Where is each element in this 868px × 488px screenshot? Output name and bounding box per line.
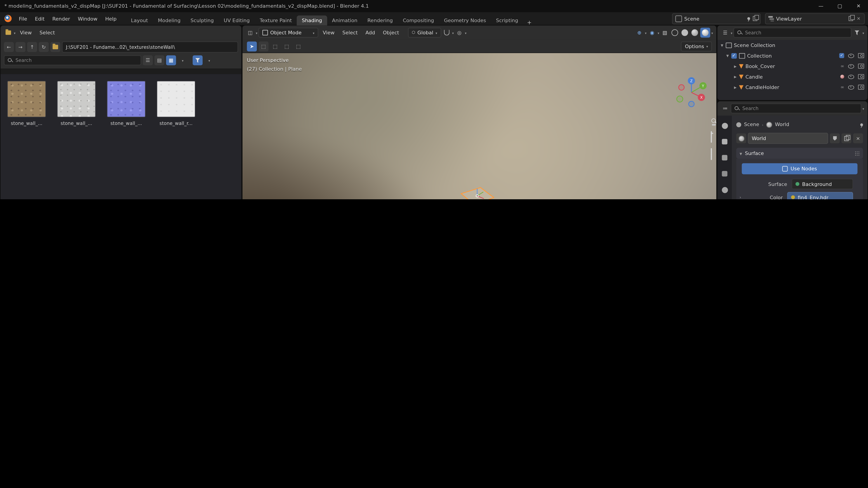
back-button[interactable]: ← <box>4 42 14 52</box>
tab-output[interactable] <box>719 152 731 163</box>
workspace-tab-shading[interactable]: Shading <box>297 15 327 25</box>
display-size-dropdown[interactable]: ▾ <box>178 55 188 65</box>
editor-type-icon[interactable]: ≔ <box>721 104 730 113</box>
xray-toggle-icon[interactable]: ▧ <box>660 28 669 37</box>
parent-dir-button[interactable]: ↑ <box>27 42 37 52</box>
viewport-canvas[interactable]: User Perspective (27) Collection | Plane <box>243 53 716 199</box>
breadcrumb-scene[interactable]: Scene <box>744 122 759 127</box>
editor-type-icon[interactable] <box>4 28 13 37</box>
overlays-toggle-icon[interactable]: ◉ <box>648 28 656 37</box>
shading-rendered-button[interactable] <box>700 28 710 37</box>
hide-eye-icon[interactable] <box>848 74 854 79</box>
outliner-row-collection[interactable]: ▼ ✓ Collection ✓ <box>717 51 868 61</box>
chevron-down-icon[interactable]: ▾ <box>645 31 647 35</box>
minimize-button[interactable]: — <box>811 0 830 12</box>
forward-button[interactable]: → <box>16 42 26 52</box>
file-browser-select-menu[interactable]: Select <box>36 30 58 35</box>
close-button[interactable]: ✕ <box>849 0 868 12</box>
display-vertical-list-button[interactable]: ☰ <box>143 55 153 65</box>
chevron-down-icon[interactable]: ▾ <box>465 31 467 35</box>
filter-settings-dropdown[interactable]: ▾ <box>204 55 214 65</box>
menu-render[interactable]: Render <box>49 12 74 25</box>
shading-solid-button[interactable] <box>680 28 689 37</box>
outliner-search-input[interactable]: Search <box>734 28 851 37</box>
close-icon[interactable]: × <box>856 16 861 21</box>
disclosure-triangle-icon[interactable]: ▶ <box>734 64 737 68</box>
file-item[interactable]: stone_wall_r... <box>152 81 200 126</box>
scene-selector[interactable]: Scene <box>672 13 761 24</box>
outliner-row-scene-collection[interactable]: ▼ Scene Collection <box>717 40 868 51</box>
add-workspace-button[interactable]: + <box>523 19 535 25</box>
select-lasso-button[interactable]: ⬚ <box>282 41 292 51</box>
workspace-tab-geometry-nodes[interactable]: Geometry Nodes <box>439 15 491 25</box>
workspace-tab-sculpting[interactable]: Sculpting <box>186 15 219 25</box>
snap-magnet-icon[interactable] <box>442 28 451 37</box>
select-circle-button[interactable]: ⬚ <box>270 41 280 51</box>
editor-type-icon[interactable]: ◫ <box>246 28 254 37</box>
tab-view-layer[interactable] <box>719 168 731 179</box>
camera-view-icon[interactable] <box>711 132 712 142</box>
outliner-row-candleholder[interactable]: ▶ CandleHolder ∞ <box>717 82 868 92</box>
environment-texture-field[interactable]: fin4_Env.hdr <box>787 192 853 199</box>
workspace-tab-rendering[interactable]: Rendering <box>362 15 398 25</box>
viewport-view-menu[interactable]: View <box>319 30 338 35</box>
breadcrumb-world[interactable]: World <box>775 122 789 127</box>
use-nodes-button[interactable]: Use Nodes <box>742 163 858 174</box>
workspace-tab-uv-editing[interactable]: UV Editing <box>219 15 255 25</box>
chevron-down-icon[interactable]: ▾ <box>452 31 454 35</box>
maximize-button[interactable]: ▢ <box>830 0 849 12</box>
disable-render-camera-icon[interactable] <box>858 74 864 79</box>
disclosure-triangle-icon[interactable]: ▼ <box>726 54 729 58</box>
world-browse-button[interactable] <box>736 133 746 143</box>
chevron-down-icon[interactable]: ▾ <box>862 106 864 110</box>
shading-material-preview-button[interactable] <box>690 28 699 37</box>
file-item[interactable]: stone_wall_... <box>53 81 100 126</box>
file-item[interactable]: stone_wall_... <box>3 81 51 126</box>
refresh-button[interactable]: ↻ <box>39 42 49 52</box>
viewlayer-selector[interactable]: ViewLayer × <box>765 13 865 24</box>
workspace-tab-modeling[interactable]: Modeling <box>153 15 185 25</box>
chevron-down-icon[interactable]: ▾ <box>657 31 659 35</box>
blender-logo-icon[interactable] <box>4 15 12 22</box>
toggle-ortho-grid-icon[interactable] <box>711 149 712 160</box>
display-horizontal-list-button[interactable]: ▤ <box>154 55 164 65</box>
active-tool-tweak-button[interactable]: ➤ <box>247 41 257 51</box>
editor-type-icon[interactable]: ☰ <box>721 28 730 37</box>
gizmos-toggle-icon[interactable]: ⊕ <box>635 28 644 37</box>
new-folder-button[interactable] <box>51 42 60 52</box>
workspace-tab-animation[interactable]: Animation <box>327 15 362 25</box>
hide-eye-icon[interactable] <box>848 53 854 58</box>
select-box-button[interactable]: ⬚ <box>258 41 269 51</box>
transform-orientation-dropdown[interactable]: ⬡ Global ▾ <box>408 28 441 37</box>
filter-toggle-button[interactable] <box>193 55 203 65</box>
surface-shader-selector[interactable]: Background <box>792 179 853 189</box>
workspace-tab-compositing[interactable]: Compositing <box>398 15 439 25</box>
chevron-down-icon[interactable]: ▾ <box>711 31 713 35</box>
copy-icon[interactable] <box>753 16 757 21</box>
fake-user-shield-button[interactable] <box>830 133 840 143</box>
file-thumbnail-stone-rough[interactable] <box>57 81 96 118</box>
disable-render-camera-icon[interactable] <box>858 53 864 58</box>
workspace-tab-texture-paint[interactable]: Texture Paint <box>255 15 297 25</box>
exclude-checkbox[interactable]: ✓ <box>839 53 844 58</box>
expand-icon[interactable]: › <box>740 195 744 199</box>
copy-icon[interactable] <box>848 16 853 21</box>
viewport-object-menu[interactable]: Object <box>379 30 402 35</box>
chevron-down-icon[interactable]: ▾ <box>256 31 257 35</box>
file-search-input[interactable]: Search <box>4 55 141 65</box>
new-copy-button[interactable] <box>841 133 851 143</box>
tab-tool[interactable] <box>719 120 731 131</box>
filter-icon[interactable] <box>852 28 861 37</box>
menu-help[interactable]: Help <box>101 12 121 25</box>
properties-search-input[interactable]: Search <box>731 103 862 113</box>
tab-scene[interactable] <box>719 184 731 195</box>
disable-render-camera-icon[interactable] <box>858 85 864 90</box>
menu-edit[interactable]: Edit <box>31 12 49 25</box>
chevron-down-icon[interactable]: ▾ <box>862 31 864 35</box>
proportional-editing-icon[interactable]: ◎ <box>455 28 464 37</box>
hide-eye-icon[interactable] <box>848 85 854 90</box>
file-item[interactable]: stone_wall_... <box>102 81 150 126</box>
menu-file[interactable]: File <box>15 12 31 25</box>
disclosure-triangle-icon[interactable]: ▶ <box>734 85 737 89</box>
menu-window[interactable]: Window <box>74 12 101 25</box>
